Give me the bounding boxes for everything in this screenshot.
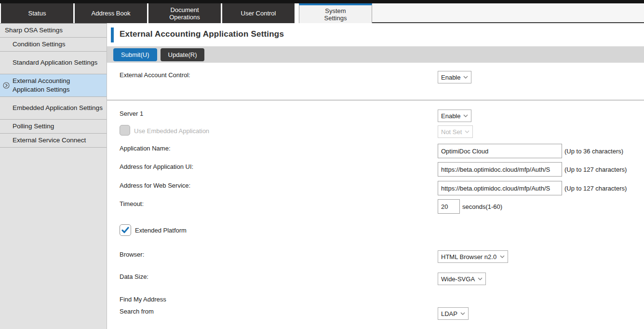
chevron-down-icon: [465, 130, 470, 133]
address-application-ui-label: Address for Application UI:: [120, 163, 193, 170]
select-value: LDAP: [441, 310, 457, 317]
main-tab-bar: Status Address Book Document Operations …: [0, 3, 644, 23]
sidebar-item-sharp-osa-settings[interactable]: Sharp OSA Settings: [0, 24, 107, 38]
address-application-ui-hint: (Up to 127 characters): [564, 166, 627, 173]
update-button[interactable]: Update(R): [161, 48, 205, 61]
address-application-ui-input[interactable]: [438, 162, 562, 177]
embedded-application-select: Not Set: [438, 125, 473, 138]
browser-select[interactable]: HTML Browser n2.0: [438, 250, 508, 263]
external-account-control-label: External Account Control:: [120, 71, 190, 79]
application-name-hint: (Up to 36 characters): [564, 148, 623, 155]
chevron-down-icon: [463, 76, 468, 79]
browser-label: Browser:: [120, 251, 144, 258]
sidebar-item-label: Standard Application Settings: [13, 58, 97, 67]
sidebar-item-label: Polling Setting: [13, 122, 54, 131]
tab-system-settings[interactable]: System Settings: [299, 3, 372, 23]
sidebar-item-label: External Service Connect: [13, 136, 86, 145]
select-value: Not Set: [441, 128, 462, 136]
server1-label: Server 1: [120, 110, 143, 117]
page-title: External Accounting Application Settings: [120, 29, 284, 39]
tab-label: Status: [28, 10, 46, 17]
search-from-select[interactable]: LDAP: [438, 307, 469, 320]
find-my-address-label: Find My Address: [120, 296, 166, 303]
selected-arrow-icon: [3, 82, 10, 91]
select-value: Wide-SVGA: [441, 275, 475, 283]
search-from-label: Search from: [120, 308, 154, 315]
application-name-input[interactable]: [438, 144, 562, 158]
tab-label: System Settings: [314, 7, 357, 22]
submit-button[interactable]: Submit(U): [113, 48, 157, 61]
data-size-label: Data Size:: [120, 273, 148, 280]
chevron-down-icon: [500, 255, 505, 258]
select-value: HTML Browser n2.0: [441, 253, 496, 260]
checkmark-icon: [121, 227, 130, 234]
section-divider: [107, 100, 644, 100]
sidebar-item-polling-setting[interactable]: Polling Setting: [0, 120, 107, 134]
tab-label: Document Operations: [163, 6, 206, 21]
sidebar-item-label: Embedded Application Settings: [13, 104, 103, 112]
tab-bar-filler: [372, 3, 644, 23]
action-toolbar: Submit(U) Update(R): [107, 46, 644, 63]
tab-document-operations[interactable]: Document Operations: [148, 3, 221, 23]
server1-enable-select[interactable]: Enable: [438, 110, 471, 122]
tab-address-book[interactable]: Address Book: [75, 3, 147, 23]
data-size-select[interactable]: Wide-SVGA: [438, 273, 486, 285]
main-content: External Accounting Application Settings…: [107, 23, 644, 329]
top-black-strip: [0, 0, 644, 3]
chevron-down-icon: [478, 277, 483, 280]
external-account-control-select[interactable]: Enable: [438, 71, 471, 83]
tab-status[interactable]: Status: [1, 3, 73, 23]
extended-platform-label: Extended Platform: [135, 227, 187, 234]
sidebar-item-label: External Accounting Application Settings: [13, 77, 103, 94]
sidebar-item-external-accounting-application-settings[interactable]: External Accounting Application Settings: [0, 74, 107, 97]
extended-platform-checkbox[interactable]: [120, 224, 131, 236]
address-web-service-label: Address for Web Service:: [120, 182, 190, 189]
sidebar-item-label: Condition Settings: [13, 40, 66, 49]
address-web-service-input[interactable]: [438, 181, 562, 195]
title-accent-bar: [111, 27, 114, 42]
tab-label: User Control: [241, 10, 276, 17]
timeout-label: Timeout:: [120, 200, 144, 207]
address-web-service-hint: (Up to 127 characters): [564, 185, 627, 192]
tab-label: Address Book: [92, 10, 131, 17]
timeout-input[interactable]: [438, 199, 460, 214]
sidebar-item-embedded-application-settings[interactable]: Embedded Application Settings: [0, 97, 107, 120]
select-value: Enable: [441, 112, 460, 120]
tab-user-control[interactable]: User Control: [222, 3, 295, 23]
sidebar-item-condition-settings[interactable]: Condition Settings: [0, 38, 107, 52]
sidebar-item-standard-application-settings[interactable]: Standard Application Settings: [0, 52, 107, 74]
use-embedded-application-label: Use Embedded Application: [134, 127, 209, 135]
sidebar-item-label: Sharp OSA Settings: [5, 26, 63, 35]
sidebar-item-external-service-connect[interactable]: External Service Connect: [0, 134, 107, 148]
select-value: Enable: [441, 74, 460, 81]
settings-sidebar: Sharp OSA Settings Condition Settings St…: [0, 23, 107, 329]
application-name-label: Application Name:: [120, 145, 171, 152]
timeout-hint: seconds(1-60): [462, 203, 502, 210]
use-embedded-application-checkbox: [120, 125, 130, 136]
chevron-down-icon: [460, 312, 465, 315]
chevron-down-icon: [463, 114, 468, 117]
